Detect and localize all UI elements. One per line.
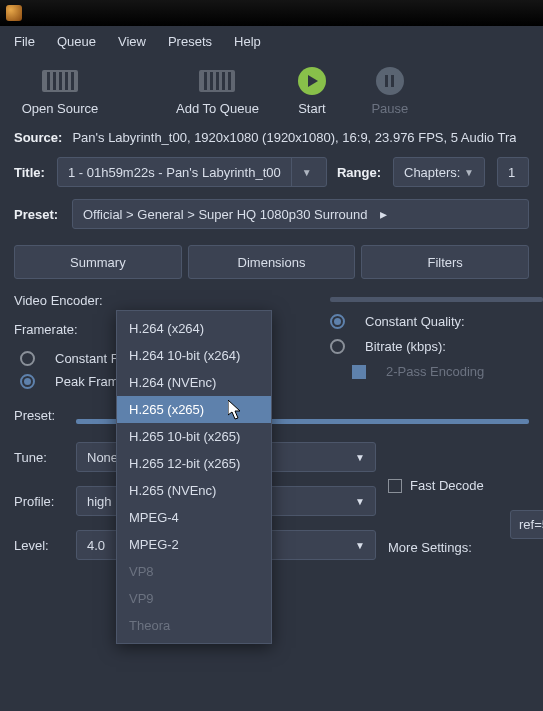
open-source-label: Open Source (22, 101, 99, 116)
range-type-value: Chapters: (404, 165, 460, 180)
film-queue-icon (199, 70, 235, 92)
tab-dimensions-label: Dimensions (238, 255, 306, 270)
range-start-combo[interactable]: 1 (497, 157, 529, 187)
menu-file[interactable]: File (4, 30, 45, 53)
start-label: Start (298, 101, 325, 116)
menu-help[interactable]: Help (224, 30, 271, 53)
quality-slider[interactable] (330, 297, 543, 302)
encoder-option[interactable]: H.265 10-bit (x265) (117, 423, 271, 450)
constant-quality-radio[interactable] (330, 314, 345, 329)
quality-column: Constant Quality: Bitrate (kbps): 2-Pass… (330, 293, 543, 393)
title-row: Title: 1 - 01h59m22s - Pan's Labyrinth_t… (0, 151, 543, 193)
video-encoder-label: Video Encoder: (14, 293, 114, 308)
encoder-option: VP9 (117, 585, 271, 612)
chevron-down-icon: ▼ (355, 452, 365, 463)
two-pass-check (352, 365, 366, 379)
peak-framerate-radio[interactable] (20, 374, 35, 389)
open-source-button[interactable]: Open Source (20, 67, 100, 116)
encoder-option[interactable]: H.264 10-bit (x264) (117, 342, 271, 369)
tabs: Summary Dimensions Filters (0, 235, 543, 279)
menu-presets[interactable]: Presets (158, 30, 222, 53)
tune-label: Tune: (14, 450, 64, 465)
window-titlebar (0, 0, 543, 26)
menu-view[interactable]: View (108, 30, 156, 53)
preset-slider-label: Preset: (14, 408, 64, 423)
caret-right-icon: ▸ (368, 206, 399, 222)
chevron-down-icon: ▼ (464, 167, 474, 178)
framerate-label: Framerate: (14, 322, 94, 337)
range-label: Range: (337, 165, 381, 180)
profile-label: Profile: (14, 494, 64, 509)
fast-decode-label: Fast Decode (410, 478, 484, 493)
tab-summary-label: Summary (70, 255, 126, 270)
pause-label: Pause (371, 101, 408, 116)
source-text: Pan's Labyrinth_t00, 1920x1080 (1920x108… (72, 130, 516, 145)
source-label: Source: (14, 130, 62, 145)
more-settings-input[interactable]: ref=5:bf (510, 510, 543, 539)
fast-decode-row: Fast Decode (388, 478, 484, 493)
profile-value: high (87, 494, 112, 509)
chevron-down-icon: ▼ (355, 496, 365, 507)
preset-label: Preset: (14, 207, 62, 222)
app-icon (6, 5, 22, 21)
pause-button: Pause (365, 67, 415, 116)
encoder-option[interactable]: H.265 (x265) (117, 396, 271, 423)
constant-framerate-radio[interactable] (20, 351, 35, 366)
level-value: 4.0 (87, 538, 105, 553)
preset-combo[interactable]: Official > General > Super HQ 1080p30 Su… (72, 199, 529, 229)
fast-decode-check[interactable] (388, 479, 402, 493)
tab-filters-label: Filters (427, 255, 462, 270)
preset-row: Preset: Official > General > Super HQ 10… (0, 193, 543, 235)
tune-value: None (87, 450, 118, 465)
title-value: 1 - 01h59m22s - Pan's Labyrinth_t00 (68, 165, 281, 180)
pause-icon (376, 67, 404, 95)
tab-filters[interactable]: Filters (361, 245, 529, 279)
add-to-queue-button[interactable]: Add To Queue (176, 67, 259, 116)
encoder-option[interactable]: H.265 12-bit (x265) (117, 450, 271, 477)
start-button[interactable]: Start (287, 67, 337, 116)
bitrate-radio[interactable] (330, 339, 345, 354)
encoder-option: Theora (117, 612, 271, 639)
add-to-queue-label: Add To Queue (176, 101, 259, 116)
play-icon (298, 67, 326, 95)
video-encoder-dropdown[interactable]: H.264 (x264)H.264 10-bit (x264)H.264 (NV… (116, 310, 272, 644)
bitrate-label: Bitrate (kbps): (365, 339, 446, 354)
film-icon (42, 70, 78, 92)
encoder-option[interactable]: H.265 (NVEnc) (117, 477, 271, 504)
title-combo[interactable]: 1 - 01h59m22s - Pan's Labyrinth_t00 ▼ (57, 157, 327, 187)
more-settings-value: ref=5:bf (519, 517, 543, 532)
range-start-value: 1 (508, 165, 515, 180)
level-label: Level: (14, 538, 64, 553)
encoder-option: VP8 (117, 558, 271, 585)
chevron-down-icon: ▼ (302, 167, 312, 178)
constant-quality-label: Constant Quality: (365, 314, 465, 329)
encoder-option[interactable]: MPEG-4 (117, 504, 271, 531)
title-label: Title: (14, 165, 47, 180)
range-type-combo[interactable]: Chapters: ▼ (393, 157, 485, 187)
source-row: Source: Pan's Labyrinth_t00, 1920x1080 (… (0, 124, 543, 151)
encoder-option[interactable]: H.264 (NVEnc) (117, 369, 271, 396)
encoder-option[interactable]: MPEG-2 (117, 531, 271, 558)
tab-summary[interactable]: Summary (14, 245, 182, 279)
preset-value: Official > General > Super HQ 1080p30 Su… (83, 207, 368, 222)
chevron-down-icon: ▼ (355, 540, 365, 551)
more-settings-label: More Settings: (388, 540, 472, 555)
encoder-option[interactable]: H.264 (x264) (117, 315, 271, 342)
tab-dimensions[interactable]: Dimensions (188, 245, 356, 279)
menubar: File Queue View Presets Help (0, 26, 543, 57)
menu-queue[interactable]: Queue (47, 30, 106, 53)
two-pass-label: 2-Pass Encoding (386, 364, 484, 379)
toolbar: Open Source Add To Queue Start Pause (0, 57, 543, 124)
